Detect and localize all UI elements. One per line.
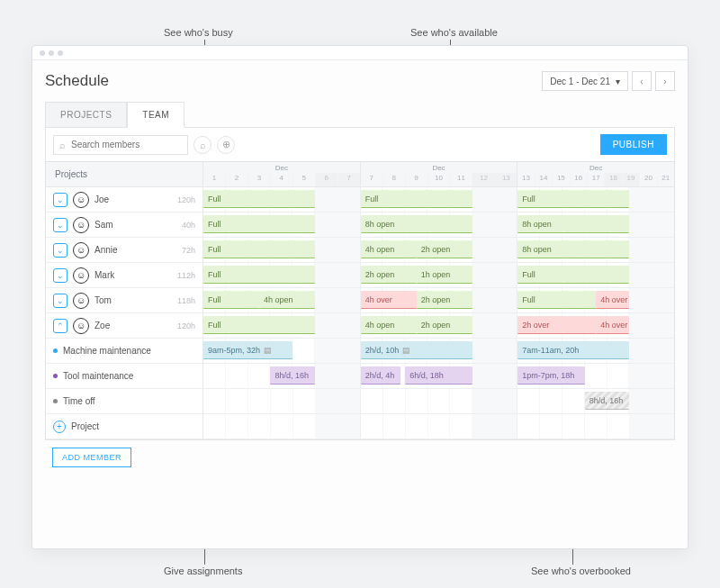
schedule-block[interactable]: Full: [203, 316, 315, 334]
search-input[interactable]: [71, 140, 182, 149]
member-hours: 118h: [177, 296, 195, 305]
expand-toggle[interactable]: ⌄: [53, 193, 68, 207]
day-header: 11: [450, 173, 472, 186]
project-name: Machine maintenance: [63, 346, 151, 356]
member-name: Mark: [94, 270, 114, 280]
schedule-block[interactable]: Full: [203, 190, 315, 208]
schedule-block[interactable]: 4h open: [361, 316, 417, 334]
search-input-wrapper[interactable]: ⌕: [53, 135, 188, 155]
schedule-block[interactable]: 1pm-7pm, 18h: [518, 366, 584, 384]
member-name: Zoe: [94, 321, 110, 330]
avatar: ☺: [73, 293, 89, 309]
expand-toggle[interactable]: ⌃: [53, 319, 68, 333]
schedule-block[interactable]: 4h over: [596, 291, 629, 309]
add-member-button[interactable]: ADD MEMBER: [52, 448, 131, 467]
schedule-block[interactable]: Full: [518, 291, 596, 309]
page-title: Schedule: [45, 72, 109, 90]
schedule-block[interactable]: 4h open: [259, 291, 315, 309]
day-header: 13: [495, 173, 517, 186]
schedule-block[interactable]: 2h open: [417, 240, 472, 258]
member-hours: 120h: [177, 195, 195, 204]
expand-toggle[interactable]: ⌄: [53, 268, 68, 283]
day-header: 14: [536, 173, 553, 186]
callout-available: See who's available: [410, 27, 498, 38]
project-name: Time off: [63, 396, 95, 406]
schedule-block[interactable]: 9am-5pm, 32h▤: [203, 341, 292, 359]
zoom-button[interactable]: ⊕: [217, 136, 235, 154]
day-header: 17: [588, 173, 605, 186]
member-name: Tom: [94, 295, 112, 305]
schedule-block[interactable]: 8h/d, 16h: [270, 366, 315, 384]
schedule-block[interactable]: 7am-11am, 20h: [518, 341, 629, 359]
schedule-block[interactable]: 2h/d, 4h: [361, 366, 401, 384]
day-header: 21: [658, 173, 674, 186]
callout-busy: See who's busy: [164, 27, 233, 38]
schedule-block[interactable]: 2h open: [361, 266, 417, 284]
expand-toggle[interactable]: ⌄: [53, 294, 68, 308]
schedule-block[interactable]: 8h open: [518, 215, 629, 233]
note-icon: ▤: [402, 346, 410, 355]
member-name: Joe: [94, 194, 109, 204]
schedule-block[interactable]: 2h open: [417, 316, 472, 334]
schedule-block[interactable]: Full: [361, 190, 472, 208]
day-header: 1: [203, 173, 226, 186]
schedule-block[interactable]: 2h over: [518, 316, 596, 334]
next-range-button[interactable]: ›: [655, 71, 675, 91]
day-header: 12: [472, 173, 495, 186]
schedule-block[interactable]: Full: [203, 266, 315, 284]
schedule-block[interactable]: 4h open: [361, 240, 417, 258]
callout-overbooked: See who's overbooked: [531, 565, 631, 576]
day-header: 5: [293, 173, 316, 186]
schedule-grid: Projects Dec1234567Dec78910111213Dec1314…: [45, 162, 675, 440]
avatar: ☺: [73, 267, 89, 284]
schedule-block[interactable]: Full: [203, 291, 259, 309]
schedule-block[interactable]: Full: [518, 266, 629, 284]
day-header: 3: [248, 173, 271, 186]
schedule-block[interactable]: Full: [518, 190, 629, 208]
schedule-block[interactable]: Full: [203, 215, 315, 233]
day-header: 6: [316, 173, 338, 186]
expand-toggle[interactable]: ⌄: [53, 243, 68, 258]
day-header: 20: [640, 173, 657, 186]
search-icon: ⌕: [59, 140, 66, 150]
schedule-block[interactable]: Full: [203, 240, 315, 258]
prev-range-button[interactable]: ‹: [632, 71, 652, 91]
day-header: 8: [383, 173, 406, 186]
tab-team[interactable]: TEAM: [127, 102, 184, 128]
schedule-block[interactable]: 2h open: [417, 291, 472, 309]
filter-button[interactable]: ⌕: [194, 136, 212, 154]
tab-projects[interactable]: PROJECTS: [45, 102, 127, 128]
avatar: ☺: [73, 217, 89, 233]
day-header: 18: [605, 173, 622, 186]
project-color-dot: [53, 374, 58, 378]
project-name: Tool maintenance: [63, 371, 133, 381]
schedule-block[interactable]: 4h over: [361, 291, 417, 309]
day-header: 13: [518, 173, 535, 186]
schedule-block[interactable]: 6h/d, 18h: [405, 366, 472, 384]
note-icon: ▤: [264, 346, 272, 355]
callout-assignments: Give assignments: [164, 565, 242, 576]
expand-toggle[interactable]: ⌄: [53, 218, 68, 232]
schedule-block[interactable]: 4h over: [596, 316, 629, 334]
schedule-block[interactable]: 2h/d, 10h▤: [361, 341, 472, 359]
schedule-block[interactable]: 8h open: [518, 240, 629, 258]
schedule-block[interactable]: 1h open: [417, 266, 472, 284]
member-hours: 72h: [182, 246, 195, 255]
member-name: Annie: [94, 245, 118, 255]
date-range-picker[interactable]: Dec 1 - Dec 21 ▾: [542, 71, 628, 91]
add-project-button[interactable]: + Project: [46, 414, 203, 439]
day-header: 15: [553, 173, 570, 186]
day-header: 10: [428, 173, 451, 186]
schedule-block[interactable]: 8h/d, 16h: [585, 392, 630, 410]
avatar: ☺: [73, 242, 89, 258]
member-hours: 40h: [182, 221, 195, 230]
plus-icon: +: [53, 421, 66, 433]
day-header: 4: [271, 173, 293, 186]
schedule-block[interactable]: 8h open: [361, 215, 472, 233]
day-header: 7: [361, 173, 383, 186]
avatar: ☺: [73, 192, 89, 208]
projects-column-header: Projects: [46, 162, 203, 186]
window-titlebar: [32, 46, 688, 60]
publish-button[interactable]: PUBLISH: [600, 134, 667, 155]
day-header: 9: [406, 173, 428, 186]
